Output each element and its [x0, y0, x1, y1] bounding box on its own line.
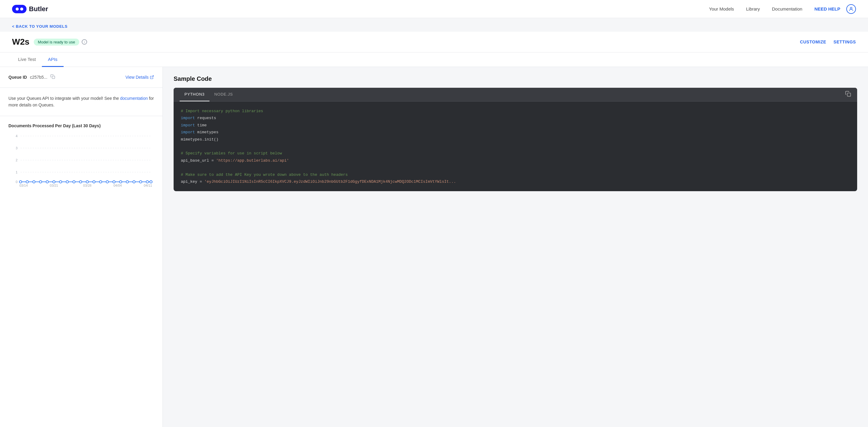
logo-icon [12, 5, 27, 13]
svg-point-16 [39, 181, 42, 183]
svg-point-27 [113, 181, 115, 183]
brand-name: Butler [29, 5, 48, 13]
code-line-7: api_base_url = 'https://app.butlerlabs.a… [181, 157, 850, 164]
svg-text:3: 3 [16, 146, 18, 150]
svg-point-15 [33, 181, 35, 183]
right-panel: Sample Code PYTHON3 NODE.JS # Import nec… [163, 67, 868, 427]
svg-point-32 [146, 181, 149, 183]
svg-text:04/04: 04/04 [113, 184, 122, 187]
svg-point-25 [99, 181, 102, 183]
code-kw-import-3: import [181, 130, 195, 134]
svg-point-31 [140, 181, 142, 183]
customize-button[interactable]: CUSTOMIZE [800, 39, 826, 44]
tab-live-test[interactable]: Live Test [12, 53, 42, 67]
api-info-text: Use your Queues API to integrate with yo… [8, 95, 154, 109]
svg-point-13 [19, 181, 22, 183]
svg-point-17 [46, 181, 49, 183]
code-comment-1: # Import necessary python libraries [181, 109, 263, 113]
code-block: PYTHON3 NODE.JS # Import necessary pytho… [174, 88, 857, 191]
chart-svg: 4 3 2 1 0 [8, 133, 154, 187]
nav-library[interactable]: Library [746, 6, 760, 11]
code-line-8: # Make sure to add the API Key you wrote… [181, 171, 850, 178]
code-content: # Import necessary python libraries impo… [174, 102, 857, 191]
code-line-9: api_key = 'eyJhbGciOiJIUzI1NiIsInR5cCI6I… [181, 178, 850, 185]
code-kw-import-2: import [181, 123, 195, 127]
view-details-link[interactable]: View Details [125, 75, 154, 80]
need-help-link[interactable]: NEED HELP [814, 6, 840, 11]
status-badge: Model is ready to use [34, 39, 80, 45]
svg-point-33 [150, 181, 152, 183]
svg-text:1: 1 [16, 171, 18, 174]
back-bar: < BACK TO YOUR MODELS [0, 18, 868, 32]
svg-text:0: 0 [16, 180, 18, 184]
svg-text:04/11: 04/11 [144, 184, 152, 187]
code-line-5: mimetypes.init() [181, 136, 850, 143]
code-line-2: import requests [181, 115, 850, 122]
svg-text:2: 2 [16, 158, 18, 162]
chart-area: 4 3 2 1 0 [8, 133, 154, 187]
code-line-4: import mimetypes [181, 129, 850, 136]
api-info-before: Use your Queues API to integrate with yo… [8, 96, 120, 101]
code-tab-python3[interactable]: PYTHON3 [180, 88, 210, 101]
svg-point-22 [79, 181, 82, 183]
tab-apis[interactable]: APIs [42, 53, 64, 67]
queue-section: Queue ID c257b5... View Details [0, 67, 162, 88]
svg-point-30 [133, 181, 135, 183]
copy-code-button[interactable] [845, 91, 851, 98]
svg-text:4: 4 [16, 134, 18, 138]
user-avatar[interactable] [846, 4, 856, 14]
model-title: W2s [12, 37, 30, 47]
code-line-blank-2 [181, 164, 850, 171]
copy-queue-id-icon[interactable] [50, 74, 55, 80]
svg-point-0 [850, 7, 852, 9]
svg-point-19 [59, 181, 62, 183]
code-kw-import-1: import [181, 116, 195, 120]
code-string-2: 'eyJhbGciOiJIUzI1NiIsInR5cCI6IkpXVCJ9.ey… [204, 179, 456, 184]
navbar: Butler Your Models Library Documentation… [0, 0, 868, 18]
code-tab-nodejs[interactable]: NODE.JS [210, 88, 238, 101]
code-comment-3: # Make sure to add the API Key you wrote… [181, 173, 348, 177]
svg-point-21 [73, 181, 75, 183]
model-header: W2s Model is ready to use i CUSTOMIZE SE… [0, 32, 868, 53]
svg-point-20 [66, 181, 68, 183]
chart-section: Documents Processed Per Day (Last 30 Day… [0, 116, 162, 427]
queue-id-value: c257b5... [30, 75, 47, 80]
view-details-text: View Details [125, 75, 149, 80]
queue-row: Queue ID c257b5... View Details [8, 74, 154, 80]
back-link[interactable]: < BACK TO YOUR MODELS [12, 24, 856, 29]
api-docs-link[interactable]: documentation [120, 96, 148, 101]
nav-your-models[interactable]: Your Models [709, 6, 734, 11]
code-line-6: # Specify variables for use in script be… [181, 150, 850, 157]
model-header-actions: CUSTOMIZE SETTINGS [800, 39, 856, 44]
svg-text:03/14: 03/14 [19, 184, 28, 187]
navbar-right: NEED HELP [814, 4, 856, 14]
code-line-3: import time [181, 122, 850, 129]
left-panel: Queue ID c257b5... View Details [0, 67, 163, 427]
queue-label: Queue ID [8, 75, 27, 80]
code-tabs: PYTHON3 NODE.JS [174, 88, 857, 102]
main-content: Queue ID c257b5... View Details [0, 67, 868, 427]
svg-point-26 [106, 181, 108, 183]
settings-button[interactable]: SETTINGS [834, 39, 856, 44]
logo[interactable]: Butler [12, 5, 48, 13]
tabs-bar: Live Test APIs [0, 53, 868, 67]
nav-links: Your Models Library Documentation [709, 6, 803, 11]
api-info-section: Use your Queues API to integrate with yo… [0, 88, 162, 116]
code-comment-2: # Specify variables for use in script be… [181, 151, 282, 156]
logo-dot-left [16, 7, 19, 10]
chart-title: Documents Processed Per Day (Last 30 Day… [8, 123, 154, 128]
svg-point-29 [126, 181, 128, 183]
svg-rect-1 [52, 76, 55, 79]
svg-text:03/21: 03/21 [50, 184, 58, 187]
nav-documentation[interactable]: Documentation [772, 6, 802, 11]
svg-rect-39 [847, 93, 851, 96]
svg-point-18 [53, 181, 55, 183]
svg-point-24 [93, 181, 95, 183]
code-line-1: # Import necessary python libraries [181, 108, 850, 115]
code-string-1: 'https://app.butlerlabs.ai/api' [216, 158, 289, 163]
code-line-blank-1 [181, 143, 850, 150]
sample-code-title: Sample Code [174, 75, 857, 82]
svg-point-28 [119, 181, 122, 183]
info-icon[interactable]: i [82, 39, 87, 44]
logo-dot-right [20, 7, 23, 10]
